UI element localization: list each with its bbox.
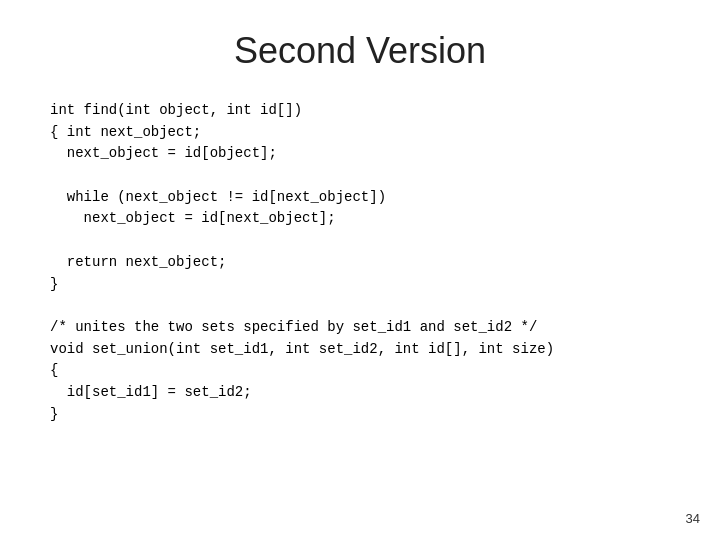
page-number: 34 xyxy=(686,511,700,526)
code-line-10: { xyxy=(50,360,680,382)
blank-line-3 xyxy=(50,295,680,317)
code-line-12: } xyxy=(50,404,680,426)
code-line-6: return next_object; xyxy=(50,252,680,274)
code-line-5: next_object = id[next_object]; xyxy=(50,208,680,230)
slide-title: Second Version xyxy=(40,30,680,72)
code-line-4: while (next_object != id[next_object]) xyxy=(50,187,680,209)
blank-line-1 xyxy=(50,165,680,187)
code-line-2: { int next_object; xyxy=(50,122,680,144)
code-line-8: /* unites the two sets specified by set_… xyxy=(50,317,680,339)
code-block: int find(int object, int id[]) { int nex… xyxy=(40,100,680,425)
code-line-3: next_object = id[object]; xyxy=(50,143,680,165)
code-line-9: void set_union(int set_id1, int set_id2,… xyxy=(50,339,680,361)
code-line-7: } xyxy=(50,274,680,296)
code-line-1: int find(int object, int id[]) xyxy=(50,100,680,122)
slide: Second Version int find(int object, int … xyxy=(0,0,720,540)
code-line-11: id[set_id1] = set_id2; xyxy=(50,382,680,404)
blank-line-2 xyxy=(50,230,680,252)
